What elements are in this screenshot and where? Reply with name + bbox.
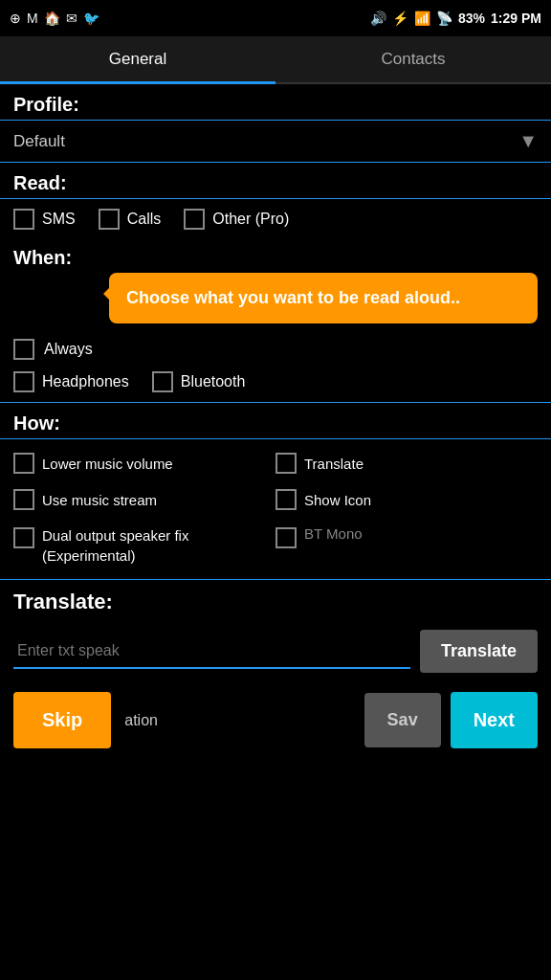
translate-section: Translate: Translate: [0, 580, 551, 682]
how-translate-item[interactable]: Translate: [276, 445, 538, 481]
how-dual-output-checkbox[interactable]: [13, 527, 34, 548]
save-button[interactable]: Sav: [364, 693, 441, 747]
when-always-checkbox[interactable]: [13, 339, 34, 360]
read-options: SMS Calls Other (Pro): [0, 199, 551, 239]
profile-value-row[interactable]: Default ▼: [0, 121, 551, 163]
translate-section-label: Translate:: [13, 590, 538, 622]
status-icons: ⊕ M 🏠 ✉ 🐦: [10, 11, 99, 26]
when-headphones-item[interactable]: Headphones: [13, 371, 129, 392]
tabs-container: General Contacts: [0, 36, 551, 84]
how-show-icon-item[interactable]: Show Icon: [276, 481, 538, 518]
how-lower-music-label: Lower music volume: [42, 456, 173, 472]
wifi-icon: 📶: [414, 11, 430, 26]
read-sms-item[interactable]: SMS: [13, 209, 76, 230]
how-bt-mono-label: BT Mono: [304, 525, 363, 542]
profile-default: Default: [13, 132, 65, 151]
status-right: 🔊 ⚡ 📶 📡 83% 1:29 PM: [370, 11, 541, 26]
how-bt-mono-item[interactable]: BT Mono: [276, 518, 538, 573]
when-always-row[interactable]: Always: [0, 331, 551, 368]
read-other-label: Other (Pro): [212, 211, 289, 228]
how-translate-checkbox[interactable]: [276, 453, 297, 474]
add-icon: ⊕: [10, 11, 21, 26]
when-bluetooth-label: Bluetooth: [181, 373, 246, 390]
gmail-icon: M: [27, 11, 38, 26]
next-button[interactable]: Next: [451, 692, 538, 748]
when-bluetooth-checkbox[interactable]: [152, 371, 173, 392]
how-dual-output-label: Dual output speaker fix (Experimental): [42, 525, 276, 566]
how-lower-music-checkbox[interactable]: [13, 453, 34, 474]
how-options: Lower music volume Translate Use music s…: [0, 439, 551, 579]
when-bluetooth-item[interactable]: Bluetooth: [152, 371, 246, 392]
sound-icon: 🔊: [370, 11, 386, 26]
read-section-label: Read:: [0, 163, 551, 199]
how-lower-music-item[interactable]: Lower music volume: [13, 445, 276, 481]
twitter-icon: 🐦: [83, 11, 99, 26]
skip-button[interactable]: Skip: [13, 692, 111, 748]
read-sms-checkbox[interactable]: [13, 209, 34, 230]
bottom-mid-text: ation: [121, 712, 354, 729]
how-show-icon-checkbox[interactable]: [276, 489, 297, 510]
time: 1:29 PM: [491, 11, 541, 26]
mail-icon: ✉: [66, 11, 77, 26]
when-section-label: When:: [13, 247, 72, 268]
read-other-checkbox[interactable]: [184, 209, 205, 230]
home-icon: 🏠: [44, 11, 60, 26]
how-show-icon-label: Show Icon: [304, 492, 371, 508]
profile-arrow-icon: ▼: [518, 130, 538, 152]
when-headphones-label: Headphones: [42, 373, 129, 390]
read-calls-checkbox[interactable]: [99, 209, 120, 230]
tab-general[interactable]: General: [0, 36, 276, 82]
when-always-label: Always: [44, 341, 93, 358]
bluetooth-icon: ⚡: [392, 11, 408, 26]
translate-button[interactable]: Translate: [420, 630, 538, 673]
status-bar: ⊕ M 🏠 ✉ 🐦 🔊 ⚡ 📶 📡 83% 1:29 PM: [0, 0, 551, 36]
tab-contacts[interactable]: Contacts: [276, 36, 551, 82]
translate-input[interactable]: [13, 635, 410, 669]
signal-icon: 📡: [436, 11, 452, 26]
when-options: Headphones Bluetooth: [0, 368, 551, 402]
how-use-music-stream-checkbox[interactable]: [13, 489, 34, 510]
read-calls-item[interactable]: Calls: [99, 209, 162, 230]
how-bt-mono-checkbox[interactable]: [276, 527, 297, 548]
read-sms-label: SMS: [42, 211, 76, 228]
how-translate-label: Translate: [304, 456, 364, 472]
tooltip-container: Choose what you want to be read aloud..: [13, 273, 538, 323]
bottom-actions: Skip ation Sav Next: [0, 682, 551, 758]
profile-section-label: Profile:: [0, 84, 551, 121]
read-calls-label: Calls: [127, 211, 162, 228]
how-use-music-stream-label: Use music stream: [42, 492, 157, 508]
how-use-music-stream-item[interactable]: Use music stream: [13, 481, 276, 518]
read-other-item[interactable]: Other (Pro): [184, 209, 289, 230]
tooltip-bubble: Choose what you want to be read aloud..: [109, 273, 538, 323]
how-section-label: How:: [0, 403, 551, 439]
when-headphones-checkbox[interactable]: [13, 371, 34, 392]
how-dual-output-item[interactable]: Dual output speaker fix (Experimental): [13, 518, 276, 573]
tooltip-text: Choose what you want to be read aloud..: [126, 288, 460, 307]
battery-level: 83%: [458, 11, 485, 26]
translate-input-row: Translate: [13, 630, 538, 673]
